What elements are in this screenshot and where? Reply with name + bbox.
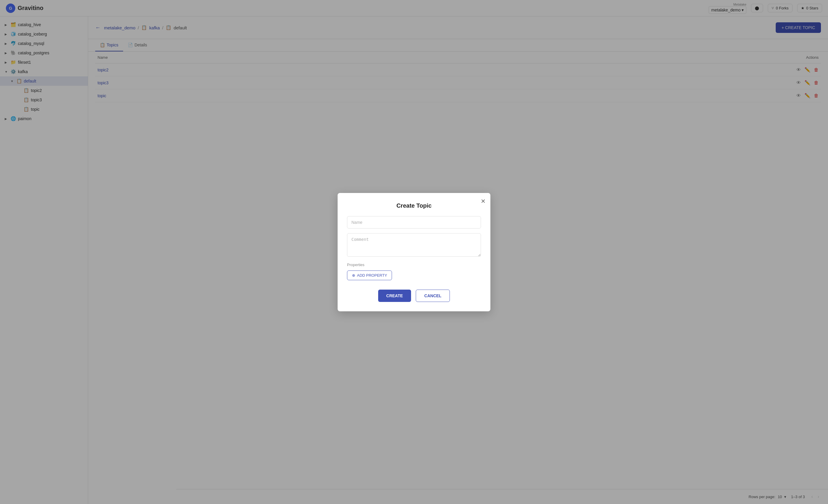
modal-actions: CREATE CANCEL [347, 290, 481, 302]
cancel-button[interactable]: CANCEL [416, 290, 450, 302]
modal-close-button[interactable]: ✕ [481, 198, 486, 205]
modal-overlay[interactable]: ✕ Create Topic Properties ⊕ ADD PROPERTY… [0, 0, 828, 504]
plus-circle-icon: ⊕ [352, 273, 355, 278]
properties-label: Properties [347, 262, 481, 267]
comment-input[interactable] [347, 233, 481, 257]
modal-title: Create Topic [347, 202, 481, 209]
create-topic-modal: ✕ Create Topic Properties ⊕ ADD PROPERTY… [338, 193, 490, 311]
create-button[interactable]: CREATE [378, 290, 411, 302]
add-property-label: ADD PROPERTY [357, 273, 387, 278]
name-input[interactable] [347, 216, 481, 228]
add-property-button[interactable]: ⊕ ADD PROPERTY [347, 270, 392, 280]
comment-field [347, 233, 481, 258]
name-field [347, 216, 481, 228]
